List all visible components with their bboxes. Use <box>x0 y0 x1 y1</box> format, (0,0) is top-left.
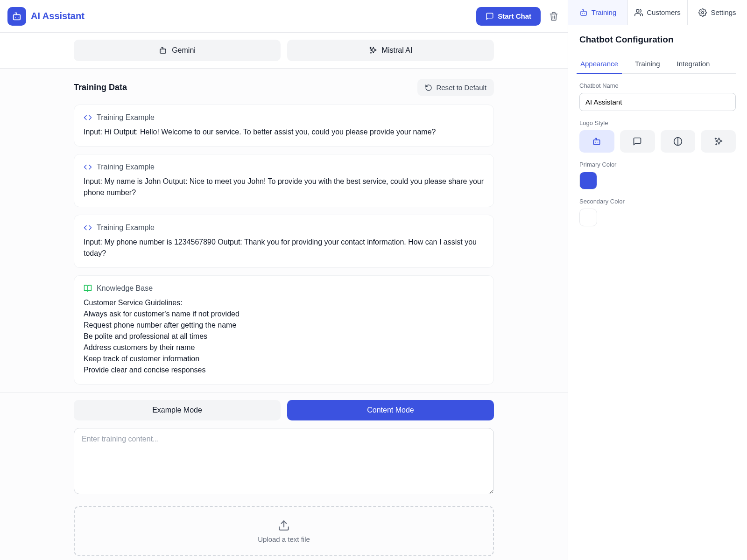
sidebar-tab-customers[interactable]: Customers <box>627 0 687 25</box>
card-body: Customer Service Guidelines: Always ask … <box>84 297 484 376</box>
reset-label: Reset to Default <box>436 84 486 91</box>
chatbot-name-label: Chatbot Name <box>579 82 736 89</box>
sparkles-icon <box>714 137 723 146</box>
card-title: Training Example <box>97 163 155 171</box>
training-example-card: Training Example Input: My name is John … <box>74 154 494 207</box>
bot-icon <box>159 46 167 55</box>
bot-icon <box>592 137 601 146</box>
logo-style-label: Logo Style <box>579 119 736 126</box>
logo-option-bot[interactable] <box>579 130 614 153</box>
sparkles-icon <box>369 46 377 55</box>
svg-rect-3 <box>581 11 586 15</box>
sub-tab-appearance[interactable]: Appearance <box>579 55 619 73</box>
code-icon <box>84 113 92 122</box>
brand-logo <box>7 7 26 26</box>
header-actions: Start Chat <box>476 7 560 26</box>
chat-icon <box>486 12 494 21</box>
sub-tab-integration[interactable]: Integration <box>676 55 711 73</box>
sidebar-title: Chatbot Configuration <box>579 35 736 45</box>
content-mode-button[interactable]: Content Mode <box>287 400 494 420</box>
training-example-card: Training Example Input: My phone number … <box>74 215 494 268</box>
bot-icon <box>12 11 22 21</box>
textarea-wrap <box>0 420 568 496</box>
svg-point-4 <box>636 9 639 12</box>
sidebar-tab-label: Training <box>592 8 617 16</box>
card-title: Training Example <box>97 224 155 232</box>
svg-rect-6 <box>594 140 600 145</box>
sidebar-body: Chatbot Configuration Appearance Trainin… <box>568 25 747 236</box>
sidebar-tab-label: Customers <box>647 8 681 16</box>
model-label: Mistral AI <box>382 46 413 55</box>
upload-icon <box>278 519 290 532</box>
brand: AI Assistant <box>7 7 85 26</box>
logo-option-chat[interactable] <box>620 130 655 153</box>
upload-dropzone[interactable]: Upload a text file <box>74 506 494 556</box>
contrast-icon <box>673 137 683 146</box>
secondary-color-group: Secondary Color <box>579 198 736 226</box>
svg-rect-1 <box>160 49 166 53</box>
svg-rect-0 <box>14 14 21 20</box>
sidebar-tab-label: Settings <box>711 8 736 16</box>
brand-name: AI Assistant <box>31 11 85 21</box>
sidebar-tabs: Training Customers Settings <box>568 0 747 25</box>
model-pill-gemini[interactable]: Gemini <box>74 40 281 61</box>
example-mode-button[interactable]: Example Mode <box>74 400 281 420</box>
logo-style-group: Logo Style <box>579 119 736 153</box>
secondary-color-label: Secondary Color <box>579 198 736 205</box>
upload-label: Upload a text file <box>258 535 310 543</box>
start-chat-button[interactable]: Start Chat <box>476 7 541 26</box>
primary-color-label: Primary Color <box>579 161 736 168</box>
reset-button[interactable]: Reset to Default <box>417 79 494 96</box>
training-example-card: Training Example Input: Hi Output: Hello… <box>74 105 494 147</box>
upload-wrap: Upload a text file <box>0 496 568 560</box>
training-content-input[interactable] <box>74 428 494 494</box>
gear-icon <box>698 8 707 17</box>
chatbot-name-group: Chatbot Name <box>579 82 736 111</box>
model-pill-mistral[interactable]: Mistral AI <box>287 40 494 61</box>
users-icon <box>634 8 643 17</box>
chat-icon <box>633 137 642 146</box>
model-label: Gemini <box>172 46 196 55</box>
sidebar: Training Customers Settings Chatbot Conf… <box>568 0 747 560</box>
code-icon <box>84 163 92 171</box>
sidebar-tab-settings[interactable]: Settings <box>687 0 747 25</box>
start-chat-label: Start Chat <box>498 12 531 20</box>
rotate-icon <box>425 84 432 91</box>
secondary-color-swatch[interactable] <box>579 209 597 226</box>
card-body: Input: My phone number is 1234567890 Out… <box>84 237 484 259</box>
header: AI Assistant Start Chat <box>0 0 568 33</box>
logo-option-contrast[interactable] <box>661 130 696 153</box>
card-title: Training Example <box>97 113 155 122</box>
training-section: Training Data Reset to Default Training … <box>0 69 568 385</box>
svg-point-5 <box>702 11 704 14</box>
book-icon <box>84 284 92 293</box>
chatbot-name-input[interactable] <box>579 93 736 111</box>
card-body: Input: Hi Output: Hello! Welcome to our … <box>84 126 484 138</box>
delete-button[interactable] <box>547 10 560 23</box>
card-title: Knowledge Base <box>97 284 153 293</box>
training-title: Training Data <box>74 83 127 92</box>
sub-tab-training[interactable]: Training <box>634 55 661 73</box>
logo-option-sparkles[interactable] <box>701 130 736 153</box>
sidebar-tab-training[interactable]: Training <box>568 0 627 25</box>
code-icon <box>84 224 92 232</box>
bot-icon <box>579 8 588 17</box>
mode-row: Example Mode Content Mode <box>0 392 568 420</box>
model-row: Gemini Mistral AI <box>0 33 568 69</box>
trash-icon <box>549 12 558 21</box>
card-body: Input: My name is John Output: Nice to m… <box>84 176 484 198</box>
primary-color-swatch[interactable] <box>579 172 597 189</box>
sub-tabs: Appearance Training Integration <box>579 55 736 74</box>
content-scroll[interactable]: Training Data Reset to Default Training … <box>0 69 568 560</box>
primary-color-group: Primary Color <box>579 161 736 189</box>
knowledge-base-card: Knowledge Base Customer Service Guidelin… <box>74 275 494 385</box>
